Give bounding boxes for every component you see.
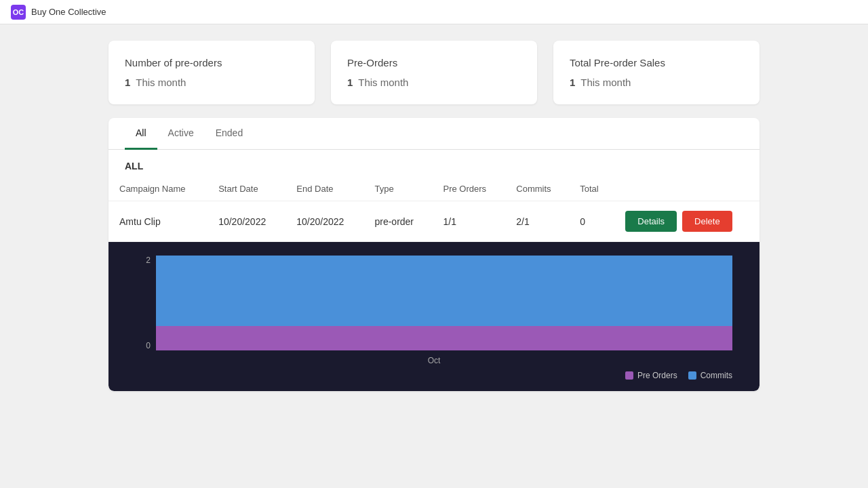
stat-card-value-0: 1 This month (125, 77, 298, 88)
actions-cell: Details Delete (625, 211, 749, 232)
delete-button[interactable]: Delete (682, 211, 732, 232)
details-button[interactable]: Details (625, 211, 677, 232)
cell-total: 0 (569, 201, 614, 242)
stat-period-2: This month (580, 77, 631, 88)
section-label: ALL (108, 150, 760, 177)
stat-period-1: This month (358, 77, 408, 88)
stat-card-title-2: Total Pre-order Sales (570, 57, 743, 68)
chart-y-axis: 2 0 (136, 256, 156, 350)
table-card: All Active Ended ALL Campaign Name Start… (108, 118, 760, 391)
col-header-campaign-name: Campaign Name (108, 177, 208, 201)
cell-actions: Details Delete (614, 201, 760, 242)
col-header-total: Total (569, 177, 614, 201)
stat-num-0: 1 (125, 77, 130, 88)
col-header-start-date: Start Date (208, 177, 285, 201)
col-header-pre-orders: Pre Orders (433, 177, 506, 201)
legend-label-preorders: Pre Orders (637, 371, 677, 380)
campaigns-table: Campaign Name Start Date End Date Type P… (108, 177, 760, 242)
chart-x-label: Oct (136, 356, 732, 365)
stat-num-1: 1 (347, 77, 353, 88)
tab-active[interactable]: Active (157, 118, 205, 150)
col-header-actions (614, 177, 760, 201)
tab-ended[interactable]: Ended (205, 118, 254, 150)
cell-end-date: 10/20/2022 (285, 201, 363, 242)
col-header-end-date: End Date (285, 177, 363, 201)
chart-legend: Pre Orders Commits (136, 371, 732, 380)
stat-card-value-2: 1 This month (570, 77, 743, 88)
stat-card-pre-orders: Pre-Orders 1 This month (331, 41, 537, 104)
legend-dot-commits (688, 371, 696, 380)
legend-pre-orders: Pre Orders (625, 371, 677, 380)
stat-card-total-sales: Total Pre-order Sales 1 This month (553, 41, 760, 104)
table-row: Amtu Clip 10/20/2022 10/20/2022 pre-orde… (108, 201, 760, 242)
tabs-bar: All Active Ended (108, 118, 760, 150)
legend-label-commits: Commits (701, 371, 732, 380)
stat-card-title-0: Number of pre-orders (125, 57, 298, 68)
bar-preorders (156, 326, 732, 350)
stat-num-2: 1 (570, 77, 575, 88)
col-header-type: Type (363, 177, 432, 201)
cell-commits: 2/1 (505, 201, 569, 242)
legend-commits: Commits (688, 371, 732, 380)
cell-pre-orders: 1/1 (433, 201, 506, 242)
cell-type: pre-order (363, 201, 432, 242)
logo-text: OC (13, 8, 24, 16)
legend-dot-preorders (625, 371, 633, 380)
cell-start-date: 10/20/2022 (208, 201, 285, 242)
cell-campaign-name: Amtu Clip (108, 201, 208, 242)
stat-card-value-1: 1 This month (347, 77, 521, 88)
chart-container: 2 0 Oct Pre Orders Commits (108, 242, 760, 391)
title-bar: OC Buy One Collective (0, 0, 868, 24)
tab-all[interactable]: All (125, 118, 157, 150)
stat-card-pre-orders-count: Number of pre-orders 1 This month (108, 41, 315, 104)
y-label-bottom: 0 (146, 341, 151, 350)
chart-bars (156, 256, 732, 350)
table-header-row: Campaign Name Start Date End Date Type P… (108, 177, 760, 201)
app-title: Buy One Collective (31, 7, 106, 17)
app-logo: OC (11, 5, 26, 20)
stat-period-0: This month (136, 77, 186, 88)
chart-area: 2 0 (136, 256, 732, 350)
main-content: Number of pre-orders 1 This month Pre-Or… (0, 24, 868, 407)
bar-commits (156, 256, 732, 326)
y-label-top: 2 (146, 256, 151, 265)
stat-card-title-1: Pre-Orders (347, 57, 521, 68)
stats-row: Number of pre-orders 1 This month Pre-Or… (108, 41, 760, 104)
col-header-commits: Commits (505, 177, 569, 201)
